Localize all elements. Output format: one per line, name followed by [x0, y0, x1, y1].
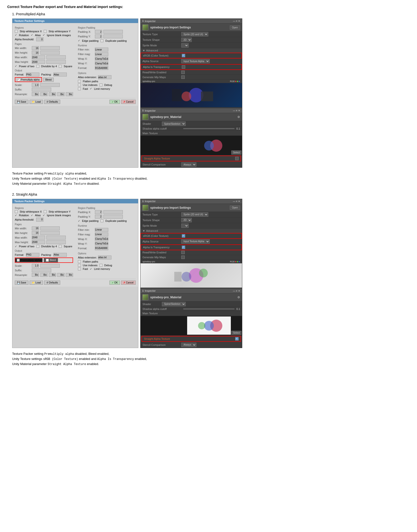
alpha-transparency-checkbox-1[interactable]: [182, 65, 185, 69]
min-height-input[interactable]: [32, 51, 39, 55]
texture-shape-select-1[interactable]: 2D: [181, 38, 192, 42]
strip-wy-cb[interactable]: [44, 30, 47, 33]
alias-cb-2[interactable]: [31, 214, 33, 217]
suffix-input-2[interactable]: [32, 268, 51, 272]
ok-btn-1[interactable]: OK: [109, 100, 120, 104]
premultiply-alpha-btn-1[interactable]: Premultiply alpha: [15, 77, 42, 82]
sprite-mode-select-1[interactable]: [181, 43, 188, 48]
texture-type-select-1[interactable]: Sprite (2D and UI): [181, 32, 208, 36]
limit-memory-cb[interactable]: [90, 87, 92, 90]
alpha-threshold-input-2[interactable]: [36, 218, 43, 222]
padding-x-slider[interactable]: [104, 30, 123, 34]
alpha-transparency-checkbox-2[interactable]: [182, 246, 185, 249]
max-height-slider-2[interactable]: [46, 240, 66, 244]
generate-mip-checkbox-2[interactable]: [181, 256, 185, 259]
min-width-input[interactable]: [32, 46, 39, 50]
padding-x-slider-2[interactable]: [104, 210, 123, 214]
alpha-source-select-2[interactable]: Input Texture Alpha: [181, 239, 210, 244]
shader-select-1[interactable]: Spine/Skeleton: [162, 122, 186, 126]
resample-2-1[interactable]: [32, 273, 39, 277]
min-width-slider-2[interactable]: [40, 226, 60, 230]
texture-type-select-2[interactable]: Sprite (2D and UI): [181, 212, 208, 217]
sprite-mode-select-2[interactable]: [181, 224, 188, 228]
cancel-btn-1[interactable]: Cancel: [121, 100, 136, 104]
resample-3[interactable]: [49, 92, 56, 96]
rotation-cb-2[interactable]: [15, 214, 17, 217]
straight-alpha-checkbox-2[interactable]: [235, 337, 239, 341]
open-btn-2[interactable]: Open: [230, 206, 240, 210]
min-height-slider-2[interactable]: [40, 231, 60, 235]
power-of-two-cb[interactable]: [15, 64, 17, 68]
shader-select-2[interactable]: Spine/Skeleton: [162, 302, 186, 306]
wrap-x-input-2[interactable]: [95, 237, 108, 241]
resample-2-2[interactable]: [40, 273, 48, 277]
load-btn-1[interactable]: Load: [30, 100, 43, 104]
debug-cb[interactable]: [100, 83, 103, 86]
defaults-btn-1[interactable]: Defaults: [44, 100, 60, 104]
stencil-select-2[interactable]: Always: [181, 343, 196, 347]
load-btn-2[interactable]: Load: [30, 281, 43, 285]
scale-input[interactable]: [32, 83, 39, 87]
rotation-cb[interactable]: [15, 33, 17, 37]
padding-y-input[interactable]: [95, 34, 102, 38]
srgb-checkbox-1[interactable]: [182, 54, 185, 57]
bleed-checkbox-2[interactable]: [46, 259, 49, 262]
format-input[interactable]: [26, 73, 39, 76]
max-height-slider[interactable]: [46, 60, 66, 64]
divisible-cb[interactable]: [36, 65, 39, 68]
min-height-slider[interactable]: [40, 51, 60, 55]
flatten-cb[interactable]: [78, 80, 81, 83]
bleed-btn-1[interactable]: Bleed: [43, 78, 54, 82]
resample-1[interactable]: [32, 92, 39, 96]
format-input2[interactable]: [95, 66, 108, 70]
read-write-checkbox-2[interactable]: [181, 251, 185, 254]
filter-mag-input-2[interactable]: [95, 232, 108, 236]
mat-gear-icon-1[interactable]: ⚙: [237, 115, 240, 119]
cancel-btn-2[interactable]: Cancel: [121, 281, 136, 285]
resample-4[interactable]: [57, 92, 64, 96]
open-btn-1[interactable]: Open: [230, 25, 240, 30]
resample-5[interactable]: [66, 92, 73, 96]
pma-checkbox-2[interactable]: [17, 259, 20, 262]
filter-min-input-2[interactable]: [95, 228, 108, 232]
min-width-input-2[interactable]: [32, 226, 39, 230]
resample-2-3[interactable]: [49, 273, 56, 277]
defaults-btn-2[interactable]: Defaults: [44, 281, 60, 285]
max-width-slider-2[interactable]: [46, 236, 66, 240]
atlas-ext-input[interactable]: [98, 75, 111, 79]
strip-wx-cb[interactable]: [15, 30, 18, 33]
scale-input-2[interactable]: [32, 264, 39, 268]
resample-2[interactable]: [40, 92, 48, 96]
pma-checkbox-1[interactable]: [17, 78, 20, 81]
power-of-two-cb-2[interactable]: [15, 245, 17, 248]
ignore-blank-cb-2[interactable]: [43, 214, 45, 217]
select-btn-1[interactable]: Select: [231, 150, 241, 155]
alpha-threshold-input[interactable]: [36, 37, 43, 41]
save-btn-1[interactable]: Save: [15, 100, 28, 104]
dup-padding-cb-2[interactable]: [101, 219, 104, 222]
straight-alpha-checkbox-1[interactable]: [235, 157, 239, 160]
format-input-2[interactable]: [26, 253, 39, 257]
filter-mag-input[interactable]: [95, 52, 108, 56]
texture-shape-select-2[interactable]: 2D: [181, 218, 192, 222]
save-btn-2[interactable]: Save: [15, 281, 28, 285]
wrap-x-input[interactable]: [95, 57, 108, 61]
resample-2-4[interactable]: [57, 273, 64, 277]
select-btn-2[interactable]: Select: [231, 331, 241, 335]
padding-x-input-2[interactable]: [95, 210, 102, 214]
suffix-input[interactable]: [32, 88, 51, 92]
max-width-slider[interactable]: [46, 55, 66, 59]
strip-wy-cb-2[interactable]: [44, 210, 47, 213]
packing-input[interactable]: [53, 73, 67, 76]
max-height-input[interactable]: [32, 60, 45, 64]
max-width-input-2[interactable]: [32, 236, 45, 240]
format-input2-2[interactable]: [95, 246, 108, 250]
scale-slider-2[interactable]: [40, 264, 60, 268]
srgb-checkbox-2[interactable]: [182, 234, 185, 238]
stencil-select-1[interactable]: Always: [181, 162, 196, 167]
fast-cb[interactable]: [78, 87, 81, 90]
dup-padding-cb[interactable]: [101, 39, 104, 42]
padding-y-input-2[interactable]: [95, 215, 102, 219]
square-cb-2[interactable]: [59, 245, 62, 248]
ignore-blank-cb[interactable]: [43, 33, 45, 37]
